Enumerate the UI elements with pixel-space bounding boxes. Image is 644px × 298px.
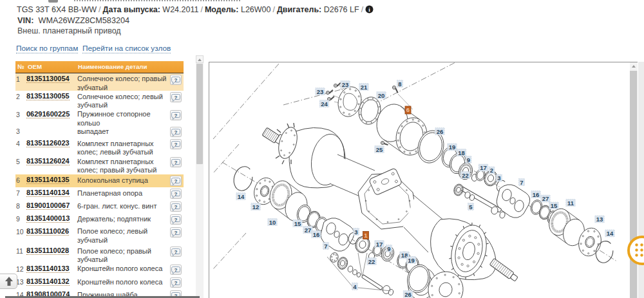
svg-text:18: 18	[458, 149, 465, 156]
svg-text:3: 3	[497, 174, 500, 182]
svg-text:4: 4	[353, 283, 357, 290]
svg-text:7: 7	[324, 243, 327, 250]
svg-text:?: ?	[175, 112, 178, 118]
svg-text:?: ?	[175, 280, 178, 286]
svg-text:17: 17	[480, 164, 487, 171]
svg-text:26: 26	[404, 291, 412, 298]
svg-text:2: 2	[490, 167, 493, 174]
svg-text:16: 16	[533, 191, 540, 198]
svg-text:24: 24	[321, 100, 328, 107]
svg-text:?: ?	[175, 178, 178, 184]
svg-text:19: 19	[408, 257, 415, 264]
svg-text:20: 20	[378, 92, 385, 99]
svg-text:23: 23	[342, 81, 349, 88]
svg-text:26: 26	[437, 128, 444, 135]
svg-text:?: ?	[175, 191, 178, 197]
svg-text:?: ?	[175, 217, 178, 223]
svg-text:1: 1	[364, 232, 368, 239]
svg-text:15: 15	[294, 220, 301, 227]
svg-text:8: 8	[398, 80, 401, 88]
svg-text:?: ?	[175, 77, 178, 82]
svg-text:13: 13	[596, 216, 603, 223]
svg-text:3: 3	[354, 228, 357, 236]
svg-text:6: 6	[406, 106, 410, 113]
svg-text:?: ?	[175, 95, 178, 100]
svg-text:19: 19	[449, 144, 456, 151]
svg-text:?: ?	[175, 229, 178, 235]
svg-text:17: 17	[376, 241, 383, 248]
svg-text:27: 27	[542, 195, 549, 202]
svg-text:12: 12	[252, 203, 260, 210]
svg-text:?: ?	[175, 266, 178, 272]
svg-text:10: 10	[269, 219, 276, 226]
svg-text:?: ?	[175, 129, 178, 135]
svg-text:11: 11	[567, 200, 574, 207]
svg-text:7: 7	[520, 179, 523, 186]
svg-text:25: 25	[376, 146, 383, 153]
svg-text:22: 22	[368, 258, 375, 265]
svg-text:15: 15	[551, 202, 558, 209]
svg-text:14: 14	[238, 193, 245, 200]
svg-text:?: ?	[175, 204, 178, 210]
svg-text:22: 22	[462, 172, 469, 179]
svg-text:21: 21	[361, 84, 368, 91]
svg-text:?: ?	[175, 142, 178, 147]
svg-text:23: 23	[317, 88, 324, 95]
svg-text:14: 14	[607, 230, 614, 237]
svg-text:9: 9	[387, 245, 390, 252]
svg-text:?: ?	[175, 160, 178, 165]
svg-text:27: 27	[305, 227, 312, 234]
svg-text:9: 9	[467, 156, 470, 163]
svg-text:?: ?	[175, 249, 178, 255]
svg-text:16: 16	[313, 231, 320, 238]
svg-text:5: 5	[469, 203, 473, 210]
